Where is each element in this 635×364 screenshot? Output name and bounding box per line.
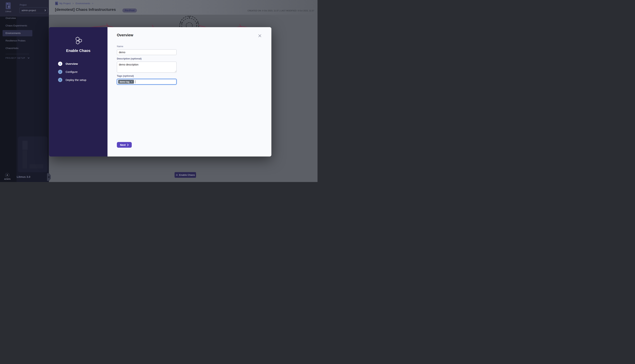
step-number-badge: 2 (58, 70, 62, 74)
enable-chaos-modal: Enable Chaos 1 Overview 2 Configure 3 De… (49, 27, 271, 156)
tags-field[interactable]: demo tag ✕ (117, 79, 176, 84)
step-number-badge: 3 (58, 78, 62, 82)
sidebar-item-chaoshubs[interactable]: ChaosHubs (0, 45, 32, 51)
overview-form-panel: Overview Name Description (optional) dem… (107, 27, 271, 156)
placeholder-block (23, 150, 27, 168)
breadcrumb-separator: > (72, 2, 74, 5)
enable-chaos-button[interactable]: Enable Chaos (174, 172, 196, 178)
avatar[interactable]: A (5, 173, 9, 177)
litmus-logo-icon[interactable] (6, 2, 11, 9)
step-label: Deploy the setup (66, 78, 86, 82)
sidebar-project-area: Litmus Project admin-project (0, 0, 49, 16)
avatar-initial: A (7, 174, 8, 176)
litmus-logo-glyph (7, 4, 9, 8)
collapse-sidebar-icon[interactable] (47, 173, 51, 181)
sidebar-item-overview[interactable]: Overview (0, 15, 32, 21)
description-label: Description (optional) (117, 57, 141, 60)
project-setup-toggle[interactable]: PROJECT SETUP (6, 57, 29, 59)
enable-chaos-button-label: Enable Chaos (179, 174, 195, 176)
chevron-right-icon (44, 10, 46, 12)
breadcrumb-environments[interactable]: Environments (76, 2, 90, 5)
step-label: Configure (66, 70, 78, 74)
step-configure[interactable]: 2 Configure (58, 70, 78, 74)
step-number-badge: 1 (58, 62, 62, 66)
wizard-side-panel: Enable Chaos 1 Overview 2 Configure 3 De… (49, 27, 107, 156)
plus-icon (176, 174, 178, 176)
app-version-label: Litmus 3.0 (17, 175, 30, 178)
step-label: Overview (66, 62, 78, 65)
tags-label: Tags (optional) (117, 74, 134, 77)
page-title: [demotest] Chaos Infrastructures (55, 7, 116, 12)
name-field[interactable] (117, 49, 176, 55)
sidebar-promo-card (18, 136, 47, 172)
next-chevron-icon (127, 144, 129, 146)
user-role-label: ADMIN (0, 178, 15, 180)
chevron-down-icon (28, 57, 29, 59)
created-modified-meta: CREATED ON: 9 Oct 2023, 11:37 | LAST MOD… (248, 10, 314, 12)
sidebar-item-environments[interactable]: Environments (3, 30, 32, 36)
placeholder-block (23, 141, 28, 150)
project-setup-label: PROJECT SETUP (6, 57, 25, 59)
next-button-label: Next (120, 144, 125, 146)
tag-chip: demo tag ✕ (118, 80, 134, 84)
step-deploy-the-setup[interactable]: 3 Deploy the setup (58, 78, 86, 82)
wizard-title: Enable Chaos (49, 48, 107, 53)
description-field[interactable]: demo description (117, 62, 176, 73)
project-selector[interactable]: admin-project (20, 8, 48, 13)
breadcrumb: My Project > Environments > (59, 2, 94, 5)
name-label: Name (117, 45, 123, 48)
modal-title: Overview (117, 33, 133, 37)
tag-chip-label: demo tag (120, 80, 129, 83)
next-button[interactable]: Next (117, 142, 132, 148)
sidebar-item-chaos-experiments[interactable]: Chaos Experiments (0, 22, 32, 29)
litmus-app-screen: My Project > Environments > [demotest] C… (0, 0, 317, 182)
placeholder-block (30, 164, 43, 168)
text-cursor (135, 80, 135, 83)
litmus-logo-label: Litmus (0, 10, 17, 12)
hexagon-logo-icon (75, 37, 83, 45)
environment-type-badge: Pre-Prod (122, 8, 137, 12)
breadcrumb-separator: > (92, 2, 93, 5)
step-overview[interactable]: 1 Overview (58, 62, 78, 66)
sidebar-item-resilience-probes[interactable]: Resilience Probes (0, 38, 32, 44)
breadcrumb-my-project[interactable]: My Project (59, 2, 71, 5)
project-name: admin-project (22, 9, 44, 12)
close-icon[interactable] (258, 34, 262, 38)
breadcrumb-logo-icon (55, 2, 58, 5)
tag-remove-icon[interactable]: ✕ (131, 81, 132, 83)
project-label: Project (20, 4, 27, 6)
